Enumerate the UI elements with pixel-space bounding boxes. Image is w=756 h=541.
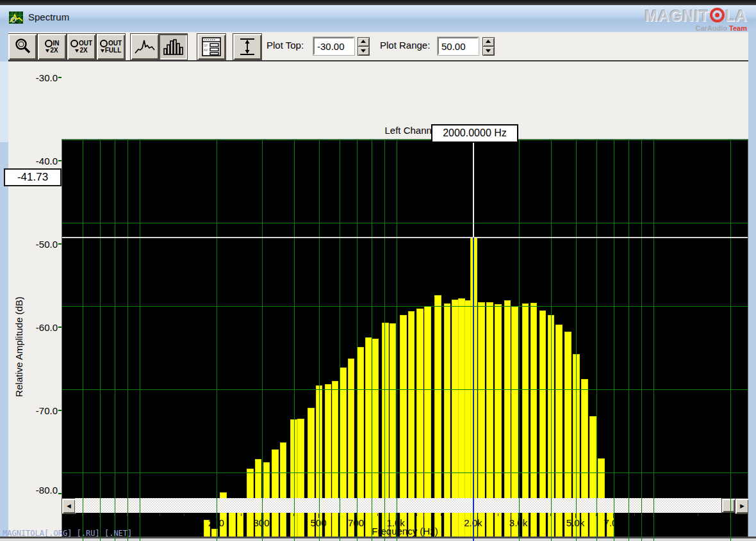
window-top-edge — [0, 0, 756, 5]
x-minor-tick — [634, 513, 635, 516]
y-tick — [58, 327, 62, 328]
window-title: Spectrum — [28, 12, 69, 22]
spectrum-bar — [340, 367, 347, 541]
zoom-tool-button[interactable] — [8, 33, 37, 60]
logo-o-icon — [710, 8, 725, 22]
x-minor-tick — [416, 513, 417, 516]
crosshair-vertical-line — [473, 140, 474, 238]
plot-range-input[interactable] — [438, 37, 479, 55]
x-minor-tick — [241, 513, 242, 516]
gridline-vertical — [614, 140, 614, 541]
x-tick-label: 3.0k — [498, 517, 539, 528]
magnitola-logo-text: MAGNITLA — [645, 8, 747, 24]
gridline-horizontal — [62, 306, 748, 307]
options-dialog-icon: SPAV — [202, 37, 221, 56]
magnitola-logo-subtext: CarAudio Team — [645, 25, 747, 32]
gridline-vertical — [384, 140, 385, 541]
x-minor-tick — [698, 513, 698, 516]
scrollbar-thumb[interactable] — [721, 498, 735, 513]
x-tick-label: 70 — [79, 517, 120, 528]
gridline-vertical — [127, 140, 128, 541]
scrollbar-left-arrow[interactable]: ◄ — [62, 498, 76, 514]
scrollbar-right-arrow[interactable]: ► — [735, 498, 750, 514]
spectrum-plot[interactable] — [62, 139, 748, 541]
scrollbar-track[interactable] — [75, 498, 721, 513]
gridline-vertical — [357, 140, 357, 541]
toolbar: IN 2X OUT 2X OUT FULL — [0, 32, 756, 60]
gridline-vertical — [340, 140, 340, 541]
plot-top-spinner[interactable] — [357, 37, 368, 55]
gridline-vertical — [115, 140, 115, 541]
spectrum-app-icon — [9, 12, 23, 24]
spectrum-bar — [348, 359, 355, 541]
window-left-frame-highlight — [0, 61, 8, 142]
magnifier-icon — [13, 37, 32, 56]
gridline-horizontal — [62, 223, 748, 223]
magnitola-logo: MAGNITLA CarAudio Team — [645, 8, 747, 32]
gridline-horizontal — [62, 472, 748, 473]
spin-up-icon[interactable] — [482, 37, 495, 47]
plot-options-button[interactable]: SPAV — [197, 33, 226, 60]
plot-top-input[interactable] — [313, 37, 354, 55]
gridline-vertical — [629, 140, 629, 541]
line-plot-icon — [134, 38, 156, 55]
x-tick-label: 100 — [119, 517, 160, 528]
x-tick-label: 20.0k — [709, 517, 750, 528]
y-tick-label: -30.0 — [19, 72, 58, 83]
y-tick-label: -70.0 — [19, 405, 58, 416]
x-minor-tick — [184, 513, 185, 516]
cursor-frequency-readout: 2000.0000 Hz — [431, 124, 518, 143]
spin-down-icon[interactable] — [482, 46, 495, 56]
gridline-vertical — [100, 140, 101, 541]
gridline-vertical — [653, 140, 654, 541]
plot-range-label: Plot Range: — [380, 40, 430, 51]
y-tick — [58, 410, 62, 411]
site-watermark: MAGNITOLA[.ORG] [.RU] [.NET] — [3, 529, 132, 538]
gridline-vertical — [319, 140, 320, 541]
gridline-vertical — [140, 140, 140, 541]
gridline-vertical — [519, 140, 520, 541]
vertical-scale-icon — [238, 37, 256, 56]
window-bottom-frame — [0, 538, 756, 541]
window-right-frame — [748, 32, 756, 537]
gridline-vertical — [83, 140, 83, 541]
y-tick-label: -40.0 — [19, 156, 58, 166]
x-tick-label: 500 — [298, 517, 339, 528]
spectrum-chart-area: Relative Amplitude (dB) Left Channel 200… — [0, 61, 756, 537]
y-tick — [58, 77, 62, 78]
gridline-vertical — [641, 140, 642, 541]
spin-up-icon[interactable] — [357, 37, 370, 47]
titlebar[interactable]: Spectrum — [0, 5, 756, 33]
gridline-vertical — [397, 140, 397, 541]
y-tick — [58, 243, 62, 245]
vertical-scale-button[interactable] — [233, 33, 262, 60]
crosshair-vertical-line-over-bar — [473, 238, 474, 541]
gridline-vertical — [551, 140, 552, 541]
spin-down-icon[interactable] — [357, 46, 370, 56]
x-tick-label: 200 — [195, 517, 236, 528]
zoom-out-2x-button[interactable]: OUT 2X — [67, 33, 96, 60]
plot-range-spinner[interactable] — [482, 37, 493, 55]
zoom-out-full-button[interactable]: OUT FULL — [96, 33, 126, 60]
x-minor-tick — [498, 513, 498, 516]
y-tick — [58, 160, 62, 161]
line-plot-mode-button[interactable] — [130, 33, 160, 60]
plot-top-label: Plot Top: — [267, 40, 304, 51]
gridline-vertical — [294, 140, 295, 541]
bar-plot-icon — [162, 38, 184, 56]
chart-title: Left Channel — [62, 125, 748, 136]
gridline-vertical — [217, 140, 217, 541]
y-tick — [58, 493, 62, 494]
gridline-horizontal — [62, 140, 748, 140]
bar-plot-mode-button[interactable] — [158, 33, 188, 60]
x-tick-label: 7.0k — [593, 517, 634, 528]
x-tick-label: 10.0k — [632, 517, 673, 528]
gridline-vertical — [596, 140, 597, 541]
x-tick-label: 700 — [336, 517, 377, 528]
x-minor-tick — [441, 513, 441, 516]
gridline-vertical — [262, 140, 263, 541]
gridline-vertical — [372, 140, 372, 541]
y-tick-label: -50.0 — [19, 239, 58, 250]
zoom-in-2x-button[interactable]: IN 2X — [37, 33, 67, 60]
svg-text:AV: AV — [204, 48, 208, 52]
